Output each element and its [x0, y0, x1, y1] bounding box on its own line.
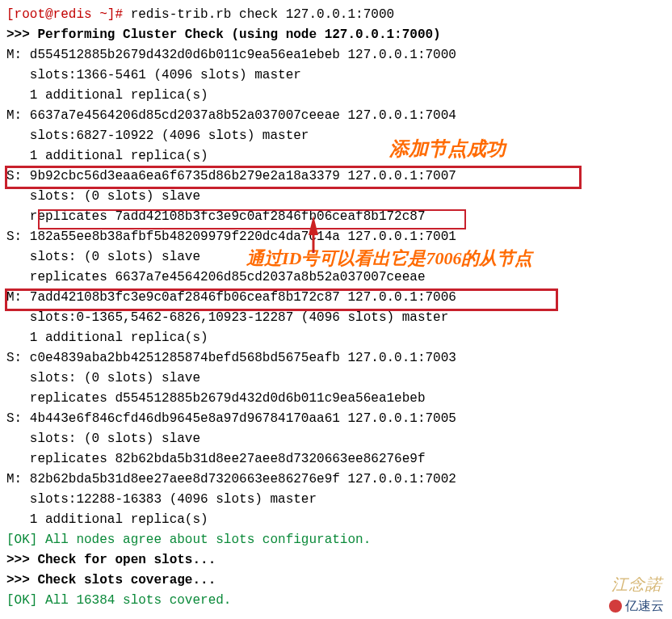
- node-detail: slots: (0 slots) slave: [6, 247, 666, 267]
- node-line: S: c0e4839aba2bb4251285874befd568bd5675e…: [6, 348, 666, 368]
- node-line: M: 6637a7e4564206d85cd2037a8b52a037007ce…: [6, 106, 666, 126]
- terminal-prompt-line: [root@redis ~]# redis-trib.rb check 127.…: [6, 5, 666, 25]
- node-detail: slots:0-1365,5462-6826,10923-12287 (4096…: [6, 308, 666, 328]
- node-detail: slots:1366-5461 (4096 slots) master: [6, 65, 666, 86]
- node-detail: replicates 82b62bda5b31d8ee27aee8d732066…: [6, 449, 666, 470]
- logo-icon: [609, 600, 622, 613]
- node-line: M: 7add42108b3fc3e9c0af2846fb06ceaf8b172…: [6, 288, 666, 308]
- node-line: S: 4b443e6f846cfd46db9645e8a97d96784170a…: [6, 409, 666, 429]
- node-detail: 1 additional replica(s): [6, 86, 666, 106]
- ok-slots-covered: [OK] All 16384 slots covered.: [6, 591, 666, 611]
- node-detail: slots:12288-16383 (4096 slots) master: [6, 490, 666, 510]
- node-detail: slots: (0 slots) slave: [6, 368, 666, 389]
- node-detail: 1 additional replica(s): [6, 146, 666, 166]
- check-open-slots: >>> Check for open slots...: [6, 550, 666, 571]
- site-logo: 亿速云: [606, 596, 667, 616]
- node-detail: 1 additional replica(s): [6, 510, 666, 530]
- node-line: S: 182a55ee8b38afbf5b48209979f220dc4da7c…: [6, 227, 666, 247]
- check-slots-coverage: >>> Check slots coverage...: [6, 571, 666, 591]
- node-detail: replicates 7add42108b3fc3e9c0af2846fb06c…: [6, 207, 666, 227]
- node-detail: slots: (0 slots) slave: [6, 187, 666, 207]
- cluster-check-header: >>> Performing Cluster Check (using node…: [6, 25, 666, 45]
- logo-text: 亿速云: [625, 596, 664, 616]
- node-detail: replicates d554512885b2679d432d0d6b011c9…: [6, 389, 666, 409]
- node-detail: slots:6827-10922 (4096 slots) master: [6, 126, 666, 146]
- node-line: M: d554512885b2679d432d0d6b011c9ea56ea1e…: [6, 45, 666, 65]
- node-detail: 1 additional replica(s): [6, 328, 666, 348]
- node-line: S: 9b92cbc56d3eaa6ea6f6735d86b279e2a18a3…: [6, 166, 666, 187]
- node-detail: replicates 6637a7e4564206d85cd2037a8b52a…: [6, 267, 666, 288]
- ok-nodes-agree: [OK] All nodes agree about slots configu…: [6, 530, 666, 550]
- node-detail: slots: (0 slots) slave: [6, 429, 666, 449]
- node-line: M: 82b62bda5b31d8ee27aee8d7320663ee86276…: [6, 470, 666, 490]
